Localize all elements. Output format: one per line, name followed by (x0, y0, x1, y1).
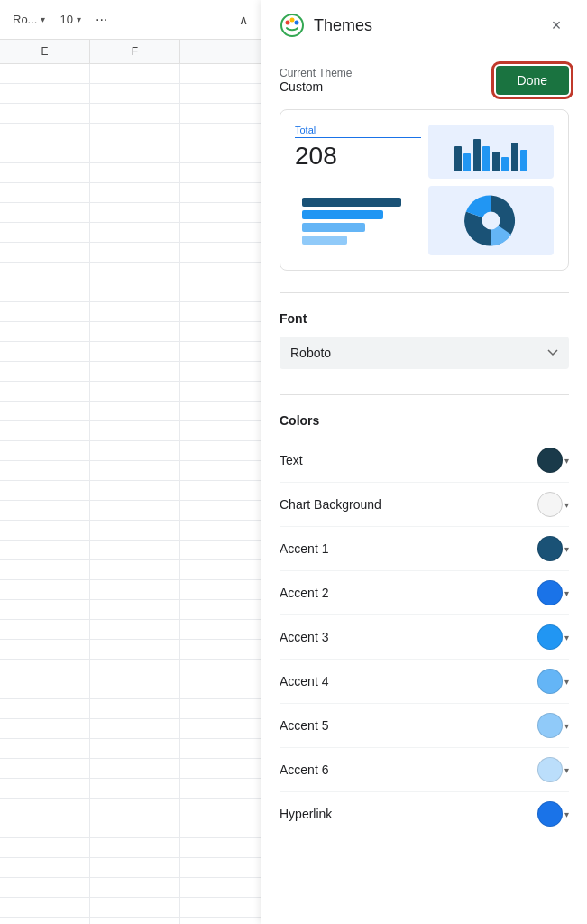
grid-cell[interactable] (90, 203, 180, 222)
grid-cell[interactable] (0, 521, 90, 540)
grid-cell[interactable] (0, 560, 90, 579)
close-button[interactable]: × (544, 13, 569, 38)
grid-cell[interactable] (90, 163, 180, 182)
grid-cell[interactable] (0, 461, 90, 480)
grid-cell[interactable] (90, 501, 180, 520)
grid-cell[interactable] (0, 342, 90, 361)
grid-cell[interactable] (0, 719, 90, 738)
grid-cell[interactable] (180, 421, 252, 440)
grid-cell[interactable] (180, 838, 252, 857)
grid-cell[interactable] (0, 163, 90, 182)
grid-cell[interactable] (90, 779, 180, 798)
grid-cell[interactable] (0, 441, 90, 460)
grid-cell[interactable] (180, 858, 252, 877)
grid-cell[interactable] (90, 838, 180, 857)
table-row[interactable] (0, 838, 261, 858)
grid-cell[interactable] (90, 243, 180, 262)
color-picker-3[interactable]: ▾ (537, 580, 569, 605)
grid-cell[interactable] (0, 143, 90, 162)
grid-cell[interactable] (90, 818, 180, 837)
grid-cell[interactable] (180, 699, 252, 718)
grid-cell[interactable] (180, 620, 252, 639)
grid-cell[interactable] (0, 541, 90, 559)
grid-cell[interactable] (90, 263, 180, 282)
table-row[interactable] (0, 64, 261, 84)
grid-cell[interactable] (0, 580, 90, 599)
table-row[interactable] (0, 799, 261, 818)
table-row[interactable] (0, 660, 261, 679)
table-row[interactable] (0, 282, 261, 302)
grid-cell[interactable] (180, 779, 252, 798)
color-picker-1[interactable]: ▾ (537, 492, 569, 517)
grid-cell[interactable] (90, 858, 180, 877)
grid-cell[interactable] (90, 541, 180, 559)
grid-cell[interactable] (90, 183, 180, 202)
table-row[interactable] (0, 620, 261, 640)
table-row[interactable] (0, 679, 261, 699)
table-row[interactable] (0, 382, 261, 402)
grid-cell[interactable] (180, 541, 252, 559)
grid-cell[interactable] (90, 799, 180, 818)
color-picker-0[interactable]: ▾ (537, 448, 569, 473)
table-row[interactable] (0, 918, 261, 924)
grid-cell[interactable] (0, 64, 90, 83)
table-row[interactable] (0, 342, 261, 362)
table-row[interactable] (0, 719, 261, 739)
grid-cell[interactable] (90, 402, 180, 420)
more-options-button[interactable]: ··· (90, 8, 113, 32)
grid-cell[interactable] (180, 104, 252, 123)
grid-cell[interactable] (0, 421, 90, 440)
grid-cell[interactable] (180, 84, 252, 103)
grid-cell[interactable] (0, 818, 90, 837)
font-dropdown[interactable]: RobotoArialTimes New RomanComic Sans MSC… (280, 337, 569, 369)
grid-cell[interactable] (180, 322, 252, 341)
grid-cell[interactable] (90, 521, 180, 540)
grid-cell[interactable] (180, 878, 252, 897)
grid-cell[interactable] (0, 739, 90, 758)
grid-cell[interactable] (0, 898, 90, 917)
grid-cell[interactable] (90, 719, 180, 738)
table-row[interactable] (0, 441, 261, 461)
grid-cell[interactable] (180, 302, 252, 321)
table-row[interactable] (0, 124, 261, 143)
grid-cell[interactable] (180, 799, 252, 818)
table-row[interactable] (0, 560, 261, 580)
grid-cell[interactable] (0, 918, 90, 924)
table-row[interactable] (0, 362, 261, 382)
collapse-button[interactable]: ∧ (234, 9, 253, 31)
grid-cell[interactable] (90, 441, 180, 460)
grid-cell[interactable] (180, 501, 252, 520)
grid-cell[interactable] (180, 679, 252, 698)
grid-cell[interactable] (0, 878, 90, 897)
table-row[interactable] (0, 322, 261, 342)
font-selector[interactable]: Ro... ▾ (7, 9, 50, 30)
table-row[interactable] (0, 600, 261, 620)
grid-cell[interactable] (0, 679, 90, 698)
color-picker-7[interactable]: ▾ (537, 757, 569, 782)
grid-cell[interactable] (90, 878, 180, 897)
table-row[interactable] (0, 580, 261, 600)
grid-cell[interactable] (180, 282, 252, 301)
grid-cell[interactable] (0, 223, 90, 242)
table-row[interactable] (0, 501, 261, 521)
table-row[interactable] (0, 878, 261, 898)
table-row[interactable] (0, 699, 261, 719)
grid-cell[interactable] (90, 620, 180, 639)
grid-cell[interactable] (0, 263, 90, 282)
grid-cell[interactable] (180, 263, 252, 282)
grid-cell[interactable] (180, 64, 252, 83)
done-button[interactable]: Done (496, 66, 569, 95)
grid-cell[interactable] (180, 739, 252, 758)
grid-cell[interactable] (90, 143, 180, 162)
grid-cell[interactable] (90, 124, 180, 143)
grid-cell[interactable] (90, 64, 180, 83)
grid-cell[interactable] (0, 104, 90, 123)
table-row[interactable] (0, 263, 261, 282)
table-row[interactable] (0, 759, 261, 779)
grid-cell[interactable] (90, 302, 180, 321)
grid-cell[interactable] (180, 719, 252, 738)
col-header-f[interactable]: F (90, 40, 180, 63)
grid-cell[interactable] (180, 818, 252, 837)
grid-cell[interactable] (0, 838, 90, 857)
grid-cell[interactable] (180, 441, 252, 460)
